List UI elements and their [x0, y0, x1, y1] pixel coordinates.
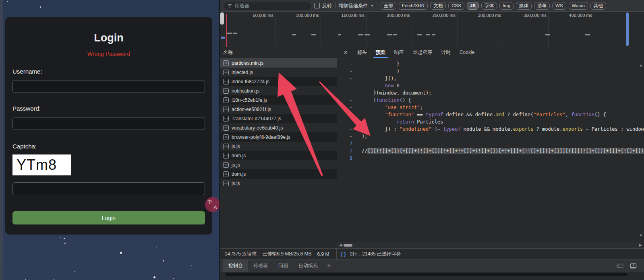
particle-dot	[64, 238, 65, 239]
particle-dot	[191, 266, 192, 266]
timeline-overview[interactable]: 50,000 ms100,000 ms150,000 ms200,000 ms2…	[220, 12, 644, 47]
code-text	[358, 140, 362, 147]
filter-chip-其他[interactable]: 其他	[590, 2, 606, 10]
expand-panel-icon[interactable]	[630, 263, 637, 269]
particle-dot	[156, 247, 157, 247]
filter-chip-JS[interactable]: JS	[467, 2, 479, 10]
filter-chip-媒体[interactable]: 媒体	[516, 2, 532, 10]
request-row[interactable]: <>js.js	[220, 179, 337, 188]
script-file-icon: <>	[223, 116, 229, 121]
tab-发起程序[interactable]: 发起程序	[408, 47, 437, 58]
console-scrollbar[interactable]	[226, 273, 627, 276]
code-line: 7//[][(![]+[])[+[]]+(![]+[])[!+[]+!+[]]+…	[337, 147, 644, 154]
request-row[interactable]: <>injected.js	[220, 68, 337, 77]
filter-input-wrap[interactable]	[224, 2, 311, 10]
request-name: browser-polyfill-9daef89e.js	[232, 134, 290, 140]
script-file-icon: <>	[223, 162, 229, 168]
request-name: dom.js	[232, 171, 246, 177]
tick-label: 200,000 ms	[367, 12, 412, 18]
tab-标头[interactable]: 标头	[353, 47, 371, 58]
drawer-tab-传感器[interactable]: 传感器	[248, 260, 273, 272]
script-file-icon: <>	[223, 144, 229, 149]
scroll-left-icon[interactable]: ◀	[339, 243, 342, 247]
filter-chip-Wasm[interactable]: Wasm	[569, 2, 588, 10]
invert-checkbox[interactable]	[314, 3, 320, 8]
captcha-image: YTm8	[12, 154, 71, 175]
request-row[interactable]: <>js.js	[220, 160, 337, 169]
request-row[interactable]: <>Translator-d7144077.js	[220, 114, 337, 123]
request-name: js.js	[232, 181, 240, 186]
scroll-right-icon[interactable]: ▶	[639, 243, 642, 247]
drawer-actions	[616, 263, 641, 269]
request-row[interactable]: <>js.js	[220, 142, 337, 151]
filter-chip-清单[interactable]: 清单	[534, 2, 550, 10]
password-input[interactable]	[12, 117, 205, 130]
code-text: }(),	[358, 75, 397, 82]
rotate-device-icon[interactable]	[616, 263, 624, 269]
drawer-tab-问题[interactable]: 问题	[273, 260, 293, 272]
scroll-down-icon[interactable]: ▼	[640, 232, 642, 239]
login-button[interactable]: Login	[12, 211, 205, 224]
request-row[interactable]: <>i18n-c52eb1fe.js	[220, 95, 337, 105]
request-row[interactable]: <>vocabulary-ee6eab40.js	[220, 123, 337, 132]
name-column-header[interactable]: 名称	[220, 47, 337, 58]
captcha-input[interactable]	[12, 182, 205, 195]
filter-chip-全部[interactable]: 全部	[381, 2, 396, 10]
code-preview[interactable]: - }- )- }(),- new n- }(window, document)…	[337, 58, 644, 242]
tab-Cookie[interactable]: Cookie	[455, 47, 479, 58]
filter-chip-文档[interactable]: 文档	[430, 2, 446, 10]
code-text: //[][(![]+[])[+[]]+(![]+[])[!+[]+!+[]]+(…	[358, 147, 644, 154]
filter-chip-Fetch/XHR[interactable]: Fetch/XHR	[399, 2, 428, 10]
filter-chip-Img[interactable]: Img	[499, 2, 514, 10]
code-lines: - }- )- }(),- new n- }(window, document)…	[337, 60, 644, 162]
username-input[interactable]	[12, 80, 205, 93]
code-line: - new n	[337, 82, 644, 89]
script-file-icon: <>	[223, 60, 229, 66]
line-gutter: -	[337, 68, 358, 75]
pretty-print-icon[interactable]: { }	[341, 251, 346, 257]
timeline-column: 400,000 ms	[549, 12, 594, 47]
request-row[interactable]: <>particles.min.js	[220, 58, 337, 68]
drawer-tab-控制台[interactable]: 控制台	[223, 260, 248, 272]
request-row[interactable]: <>dom.js	[220, 169, 337, 179]
particle-dot	[173, 278, 174, 279]
horizontal-scrollbar[interactable]: ◀ ▶	[337, 242, 644, 248]
request-row[interactable]: <>action-ee50921f.js	[220, 105, 337, 114]
line-gutter: -	[337, 60, 358, 68]
toolbar-divider	[335, 2, 335, 9]
code-text: "function" == typeof define && define.am…	[358, 111, 606, 118]
filter-chip-WS[interactable]: WS	[552, 2, 566, 10]
code-line: -);	[337, 133, 644, 140]
network-activity-bar	[393, 34, 397, 35]
filter-chip-CSS[interactable]: CSS	[448, 2, 464, 10]
overview-handle[interactable]	[626, 12, 629, 46]
network-activity-bar	[292, 34, 296, 35]
scroll-up-icon[interactable]: ▲	[640, 62, 642, 69]
tab-预览[interactable]: 预览	[371, 47, 390, 58]
request-row[interactable]: <>browser-polyfill-9daef89e.js	[220, 132, 337, 142]
script-file-icon: <>	[223, 70, 229, 75]
network-filter-input[interactable]	[234, 2, 307, 9]
more-filters-button[interactable]: 增加筛选条件 ▼	[339, 2, 374, 9]
captcha-label: Captcha:	[12, 143, 205, 150]
code-line: 8	[337, 154, 644, 162]
close-icon[interactable]: ✕	[339, 49, 353, 56]
request-row[interactable]: <>notification.js	[220, 86, 337, 95]
dropdown-caret-icon: ▼	[371, 4, 374, 8]
overview-handle[interactable]	[220, 12, 224, 25]
tab-计时[interactable]: 计时	[437, 47, 455, 58]
selection-info: 2行，21485 已选择字符	[350, 251, 401, 257]
request-list: 名称 <>particles.min.js<>injected.js<>inde…	[220, 47, 337, 248]
filter-chip-字体[interactable]: 字体	[481, 2, 497, 10]
request-name: action-ee50921f.js	[232, 107, 271, 112]
request-row[interactable]: <>dom.js	[220, 151, 337, 160]
request-row[interactable]: <>index-f68c2724.js	[220, 77, 337, 86]
drawer-tab-自动填充[interactable]: 自动填充	[293, 260, 323, 272]
particle-dot	[64, 243, 66, 244]
add-tab-button[interactable]: +	[323, 262, 335, 270]
request-name: index-f68c2724.js	[232, 79, 269, 84]
scrollbar-thumb[interactable]	[344, 244, 352, 247]
tab-响应[interactable]: 响应	[390, 47, 408, 58]
request-name: i18n-c52eb1fe.js	[232, 97, 267, 103]
translate-badge[interactable]: 中 A	[205, 197, 219, 212]
